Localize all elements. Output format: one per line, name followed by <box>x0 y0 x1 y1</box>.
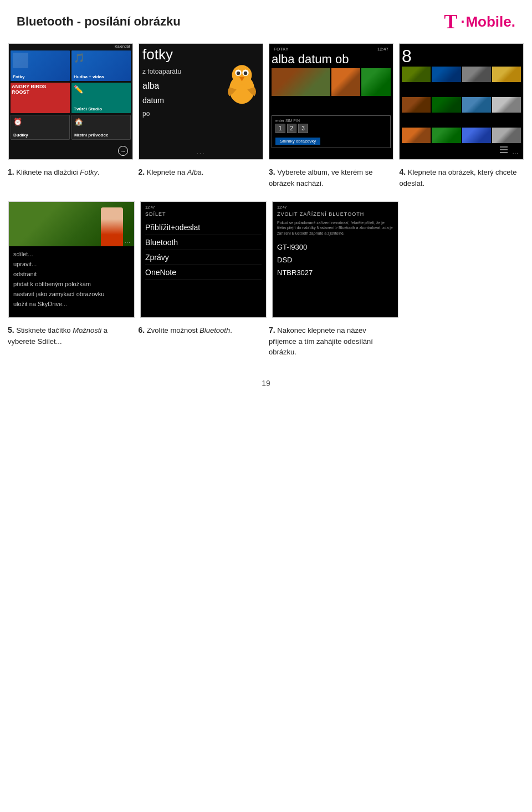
steps-row-1: 1. Kliknete na dlaždici Fotky. 2. Klepne… <box>0 160 532 199</box>
screen3-albums-title: alba datum ob <box>272 52 391 67</box>
screen5-person-figure <box>101 207 123 246</box>
screen6-section-label: SDÍLET <box>145 211 262 217</box>
step-7-number: 7. <box>269 326 275 334</box>
tile-tvorci-label: Tvůrčí Studio <box>74 106 102 111</box>
pin-dialog: enter SIM PIN 1 2 3 Snímky obrazovky <box>272 115 391 148</box>
tile-angrybirds-label: ANGRY BIRDSROOST <box>12 84 47 95</box>
gallery-thumb-5[interactable] <box>402 97 431 113</box>
svg-rect-7 <box>500 149 508 150</box>
bt-device-3[interactable]: NTBR3027 <box>277 266 393 279</box>
logo-mobile: Mobile. <box>466 13 515 31</box>
step-5-number: 5. <box>8 326 14 334</box>
bird-illustration <box>224 58 260 108</box>
screen5-item-sdilet[interactable]: sdílet... <box>13 249 130 259</box>
share-item-bluetooth[interactable]: Bluetooth <box>145 235 262 250</box>
gallery-thumb-1[interactable] <box>402 67 431 82</box>
gallery-thumb-7[interactable] <box>462 97 491 113</box>
screen3-statusbar: FOTKY 12:47 <box>272 46 391 52</box>
screen7-statusbar: 12:47 <box>277 205 393 209</box>
page-header: Bluetooth - posílání obrázku T · Mobile. <box>0 0 532 39</box>
screenshots-row-2: ... sdílet... upravit... odstranit přida… <box>0 201 532 318</box>
gallery-thumb-8[interactable] <box>492 97 521 113</box>
pin-digit-1[interactable]: 1 <box>275 124 285 133</box>
step-7: 7. Nakonec klepnete na název příjemce a … <box>269 324 394 358</box>
screen5-item-odstranit[interactable]: odstranit <box>13 269 130 279</box>
screen5-photo-dots: ... <box>125 238 131 244</box>
gallery-thumb-6[interactable] <box>432 97 461 113</box>
screen7-title: ZVOLIT ZAŘÍZENÍ BLUETOOTH <box>277 211 393 217</box>
tile-fotky[interactable]: Fotky <box>11 50 70 81</box>
photo-3 <box>361 68 391 96</box>
screen7-content: 12:47 ZVOLIT ZAŘÍZENÍ BLUETOOTH Pokud se… <box>273 202 398 317</box>
tmobile-logo: T · Mobile. <box>444 10 515 33</box>
screen7-description: Pokud se požadované zařízení nezobrazí, … <box>277 220 393 236</box>
screen5-item-oblibene[interactable]: přidat k oblíbeným položkám <box>13 279 130 289</box>
pin-label: enter SIM PIN <box>275 119 387 123</box>
tile-hudba[interactable]: 🎵 Hudba + videa <box>71 50 131 81</box>
spacer-col4 <box>401 201 526 318</box>
logo-t-letter: T <box>444 10 457 33</box>
page-number: 19 <box>0 368 532 393</box>
tile-hudba-label: Hudba + videa <box>74 74 104 79</box>
tile-mistni[interactable]: 🏠 Místní průvodce <box>71 115 131 140</box>
screen-6-box: 12:47 SDÍLET Přiblížit+odeslat Bluetooth… <box>140 201 267 318</box>
gallery-thumb-3[interactable] <box>462 67 491 82</box>
step-2-number: 2. <box>139 168 145 176</box>
tile-grid: Fotky 🎵 Hudba + videa ANGRY BIRDSROOST ✏… <box>9 49 132 141</box>
screen4-dots: ... <box>513 149 519 155</box>
snimky-btn[interactable]: Snímky obrazovky <box>275 138 320 145</box>
step-7-text: Nakonec klepnete na název příjemce a tím… <box>269 326 373 357</box>
screen6-statusbar: 12:47 <box>145 205 262 209</box>
screen7-time: 12:47 <box>277 205 287 209</box>
gallery-thumb-2[interactable] <box>432 67 461 82</box>
screen1-arrow[interactable]: → <box>118 146 128 156</box>
bt-device-2[interactable]: DSD <box>277 253 393 266</box>
share-item-zpravy[interactable]: Zprávy <box>145 250 262 265</box>
step-2: 2. Klepnete na Alba. <box>139 166 264 189</box>
tile-fotky-icon <box>13 53 28 68</box>
pin-digit-2[interactable]: 2 <box>287 124 297 133</box>
tile-budiky[interactable]: ⏰ Budíky <box>11 115 70 140</box>
share-item-priblizit[interactable]: Přiblížit+odeslat <box>145 220 262 235</box>
gallery-thumb-9[interactable] <box>402 128 431 143</box>
screen4-number: 8 <box>402 46 521 67</box>
svg-point-4 <box>237 72 241 75</box>
screen4-menu-icon[interactable] <box>500 146 508 156</box>
screen5-item-upravit[interactable]: upravit... <box>13 259 130 269</box>
svg-point-1 <box>232 65 252 85</box>
bt-device-1[interactable]: GT-I9300 <box>277 241 393 253</box>
step-spacer <box>400 324 525 358</box>
pin-digits-row: 1 2 3 <box>275 124 387 133</box>
screen-5-box: ... sdílet... upravit... odstranit přida… <box>8 201 135 318</box>
tile-mistni-label: Místní průvodce <box>74 133 108 138</box>
menu-item-po[interactable]: po <box>142 108 259 120</box>
screen3-photo-row <box>272 68 391 96</box>
screen3-app-name: FOTKY <box>274 47 289 52</box>
gallery-thumb-11[interactable] <box>462 128 491 143</box>
screen5-content: ... sdílet... upravit... odstranit přida… <box>9 202 134 317</box>
tile-hudba-icon: 🎵 <box>74 53 85 63</box>
step-6-number: 6. <box>139 326 145 334</box>
step-4-text: Klepnete na obrázek, který chcete odesla… <box>400 168 517 187</box>
screen5-photo: ... <box>9 202 134 246</box>
share-item-onenote[interactable]: OneNote <box>145 265 262 280</box>
pin-digit-3[interactable]: 3 <box>298 124 308 133</box>
screen5-item-skydrive[interactable]: uložit na SkyDrive... <box>13 299 130 309</box>
screen5-item-zamykaci[interactable]: nastavit jako zamykací obrazovku <box>13 289 130 299</box>
tile-tvorci[interactable]: ✏️ Tvůrčí Studio <box>71 83 131 113</box>
tile-mistni-icon: 🏠 <box>74 118 83 126</box>
gallery-thumb-12[interactable] <box>492 128 521 143</box>
step-1: 1. Kliknete na dlaždici Fotky. <box>8 166 133 189</box>
step-2-text: Klepnete na Alba. <box>147 168 204 176</box>
screen1-content: Kalendář Fotky 🎵 Hudba + videa ANGRY BIR… <box>9 44 132 159</box>
screen6-content: 12:47 SDÍLET Přiblížit+odeslat Bluetooth… <box>141 202 266 317</box>
screen5-menu: sdílet... upravit... odstranit přidat k … <box>9 246 134 317</box>
tile-tvorci-icon: ✏️ <box>74 85 83 94</box>
gallery-thumb-4[interactable] <box>492 67 521 82</box>
screen6-time: 12:47 <box>145 205 155 209</box>
screen-2-box: fotky z fotoaparátu alba datum po <box>139 43 263 160</box>
tile-angrybirds[interactable]: ANGRY BIRDSROOST <box>11 83 70 113</box>
step-6: 6. Zvolíte možnost Bluetooth. <box>139 324 264 358</box>
gallery-thumb-10[interactable] <box>432 128 461 143</box>
step-5: 5. Stisknete tlačítko Možnosti a vyberet… <box>8 324 133 358</box>
